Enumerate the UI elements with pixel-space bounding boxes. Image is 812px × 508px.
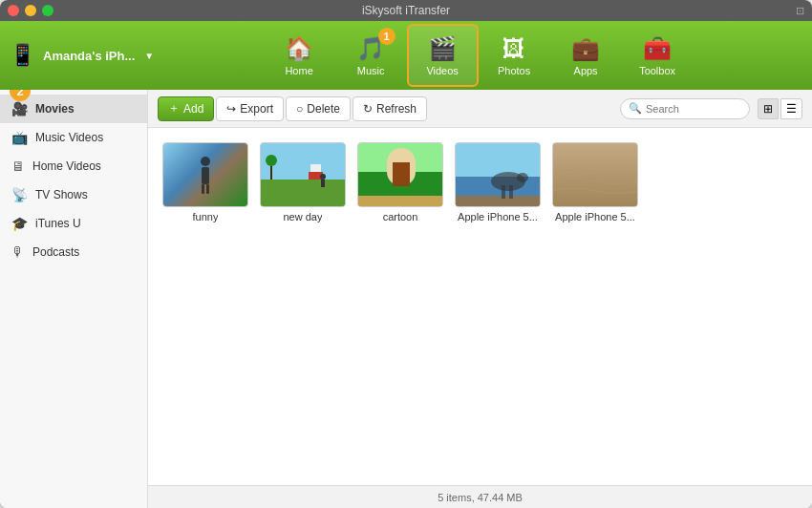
title-bar: iSkysoft iTransfer ⊡ [0,0,812,21]
svg-rect-5 [261,180,346,207]
itunes-u-icon: 🎓 [11,216,28,231]
svg-rect-17 [456,143,541,177]
svg-rect-14 [358,196,443,207]
nav-item-videos[interactable]: 🎬 Videos [407,24,479,87]
device-selector[interactable]: 📱 Amanda's iPh... ▼ [10,43,154,68]
dropdown-arrow-icon: ▼ [144,51,154,61]
sidebar-label-music-videos: Music Videos [35,131,103,144]
nav-item-music[interactable]: 1 🎵 Music [335,24,407,87]
status-text: 5 items, 47.44 MB [438,492,523,503]
iphone-scene-1 [456,143,541,207]
home-icon: 🏠 [285,35,313,62]
action-bar: ＋ Add ↪ Export ○ Delete ↻ Refresh 🔍 [148,90,812,128]
video-item-cartoon[interactable]: cartoon [357,142,443,222]
refresh-label: Refresh [376,102,417,116]
nav-item-home[interactable]: 🏠 Home [264,24,335,87]
video-thumb-new-day [260,142,346,207]
nav-label-toolbox: Toolbox [639,65,675,76]
nav-item-apps[interactable]: 💼 Apps [550,24,622,87]
home-videos-icon: 🖥 [11,159,25,174]
maximize-button[interactable] [42,5,53,16]
add-button[interactable]: ＋ Add [158,96,214,121]
svg-rect-2 [202,184,204,194]
refresh-button[interactable]: ↻ Refresh [353,96,427,121]
close-button[interactable] [8,5,19,16]
add-icon: ＋ [168,100,180,116]
add-label: Add [183,102,203,116]
video-item-apple-iphone-5b[interactable]: Apple iPhone 5... [552,142,638,222]
tv-shows-icon: 📡 [11,187,28,202]
sidebar-label-itunes-u: iTunes U [35,217,81,230]
window-control-icon: ⊡ [796,5,804,17]
sidebar-label-movies: Movies [35,102,75,116]
video-label-iphone-5a: Apple iPhone 5... [458,211,538,222]
sidebar-item-music-videos[interactable]: 📺 Music Videos [0,123,147,152]
svg-rect-24 [553,143,638,207]
device-name: Amanda's iPh... [43,49,135,63]
nav-item-photos[interactable]: 🖼 Photos [479,24,550,87]
refresh-icon: ↻ [363,102,373,116]
video-thumb-iphone-5b [552,142,638,207]
delete-button[interactable]: ○ Delete [286,96,351,121]
video-label-iphone-5b: Apple iPhone 5... [555,211,635,222]
sidebar-item-podcasts[interactable]: 🎙 Podcasts [0,238,147,266]
sidebar-item-tv-shows[interactable]: 📡 TV Shows [0,180,147,209]
svg-point-23 [517,173,528,182]
window-title: iSkysoft iTransfer [362,4,450,17]
search-input[interactable] [646,103,741,115]
video-thumb-cartoon [357,142,443,207]
svg-rect-1 [202,167,209,184]
minimize-button[interactable] [25,5,36,16]
svg-rect-16 [393,162,410,186]
video-thumb-funny [162,142,248,207]
svg-rect-22 [509,185,513,199]
video-label-cartoon: cartoon [383,211,418,222]
svg-rect-9 [310,164,321,172]
nav-label-home: Home [285,65,312,76]
delete-icon: ○ [296,102,303,116]
video-grid: funny [148,128,812,485]
sidebar-item-itunes-u[interactable]: 🎓 iTunes U [0,209,147,238]
nav-label-photos: Photos [498,65,530,76]
app-window: iSkysoft iTransfer ⊡ 📱 Amanda's iPh... ▼… [0,0,812,508]
video-label-funny: funny [193,211,219,222]
traffic-lights [8,5,53,16]
apps-icon: 💼 [571,35,600,62]
movies-icon: 🎥 [11,101,28,116]
nav-label-music: Music [357,65,385,76]
nav-item-toolbox[interactable]: 🧰 Toolbox [622,24,694,87]
export-button[interactable]: ↪ Export [216,96,284,121]
svg-point-7 [266,155,277,166]
sidebar-label-home-videos: Home Videos [32,159,101,173]
photos-icon: 🖼 [502,35,525,62]
toolbox-icon: 🧰 [643,35,672,62]
videos-icon: 🎬 [428,35,457,62]
music-videos-icon: 📺 [11,130,28,145]
device-icon: 📱 [10,43,35,68]
cartoon-scene [358,143,443,207]
music-badge: 1 [378,28,395,45]
sidebar-label-podcasts: Podcasts [32,245,79,259]
newday-scene [261,143,346,207]
video-thumb-iphone-5a [455,142,541,207]
sidebar-item-home-videos[interactable]: 🖥 Home Videos [0,152,147,180]
video-item-funny[interactable]: funny [162,142,248,222]
nav-label-apps: Apps [574,65,598,76]
search-box[interactable]: 🔍 [620,98,750,119]
search-icon: 🔍 [629,102,642,115]
person-silhouette [196,156,215,194]
export-label: Export [240,102,273,116]
nav-label-videos: Videos [426,65,458,76]
view-toggle: ⊞ ☰ [758,98,802,119]
sidebar: 2 🎥 Movies 📺 Music Videos 🖥 Home Videos … [0,90,148,508]
video-item-apple-iphone-5a[interactable]: Apple iPhone 5... [455,142,541,222]
video-item-new-day[interactable]: new day [260,142,346,222]
sidebar-label-tv-shows: TV Shows [35,188,88,201]
status-bar: 5 items, 47.44 MB [148,485,812,508]
grid-view-button[interactable]: ⊞ [758,98,779,119]
svg-point-0 [201,157,210,166]
svg-rect-3 [206,184,209,194]
list-view-button[interactable]: ☰ [780,98,802,119]
podcasts-icon: 🎙 [11,244,25,260]
svg-rect-21 [502,185,505,199]
